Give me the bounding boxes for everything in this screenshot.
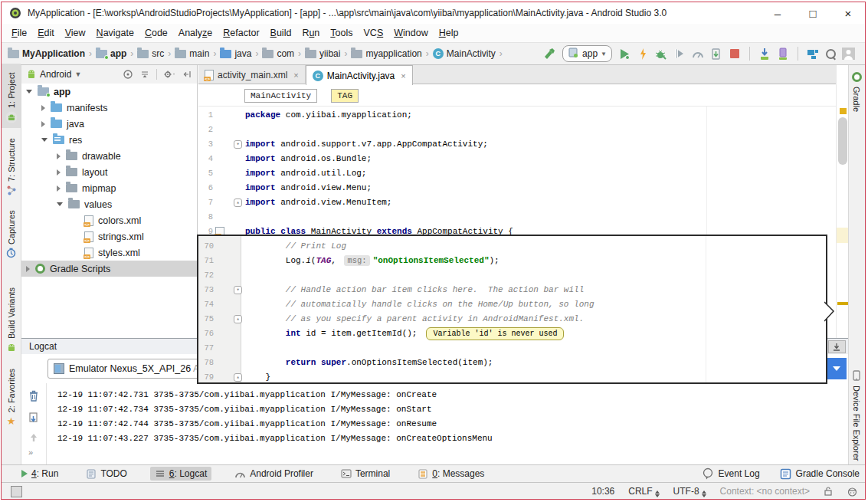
breadcrumb-mainactivity[interactable]: CMainActivity [433, 48, 496, 59]
menu-edit[interactable]: Edit [32, 28, 60, 38]
tree-item-manifests[interactable]: manifests [21, 100, 197, 116]
debug-icon[interactable] [654, 48, 667, 60]
sync-device-icon[interactable] [758, 48, 771, 61]
tree-item-strings-xml[interactable]: strings.xml [21, 228, 197, 244]
stripe-scrollbar-thumb[interactable] [838, 117, 847, 165]
menu-tools[interactable]: Tools [325, 28, 358, 38]
tool-window-button-4-run[interactable]: 4: Run [17, 467, 63, 481]
breadcrumb-yiibai[interactable]: yiibai [305, 48, 340, 59]
tree-item-app[interactable]: app [21, 84, 197, 100]
stripe-tab-2-favorites[interactable]: ★2: Favorites [2, 360, 21, 429]
editor-tab-mainactivity-java[interactable]: CMainActivity.java× [306, 65, 413, 85]
menu-view[interactable]: View [60, 28, 91, 38]
run-icon[interactable] [618, 48, 631, 61]
project-structure-icon[interactable] [807, 48, 819, 60]
tree-item-styles-xml[interactable]: styles.xml [21, 244, 197, 261]
stripe-tab-device-file-explorer[interactable]: Device File Explorer [847, 367, 866, 464]
breadcrumb-java[interactable]: java [220, 48, 251, 59]
highlighting-level-icon[interactable] [847, 486, 858, 497]
attach-debugger-icon[interactable] [710, 48, 722, 61]
scroll-up-icon[interactable] [28, 431, 40, 444]
tree-arrow-icon[interactable] [26, 90, 32, 94]
editor-tab-activity_main-xml[interactable]: activity_main.xml× [198, 65, 306, 84]
breadcrumb-myapplication[interactable]: MyApplication [8, 48, 85, 59]
fold-marker-icon[interactable]: ▴ [234, 315, 242, 323]
tree-item-colors-xml[interactable]: colors.xml [21, 212, 197, 228]
close-button[interactable]: × [830, 2, 866, 24]
stripe-tab-build-variants[interactable]: Build Variants [2, 281, 21, 357]
hide-panel-icon[interactable] [182, 69, 192, 80]
editor-crumb-tag[interactable]: TAG [331, 89, 359, 103]
apply-changes-icon[interactable] [637, 48, 648, 61]
tree-arrow-icon[interactable] [41, 138, 47, 142]
tool-window-button-0-messages[interactable]: 0: Messages [413, 467, 489, 481]
lock-icon[interactable] [824, 486, 833, 497]
tool-window-button-todo[interactable]: TODO [81, 467, 131, 481]
tree-arrow-icon[interactable] [57, 202, 63, 206]
breadcrumb-myapplication[interactable]: myapplication [351, 48, 421, 59]
tree-item-drawable[interactable]: drawable [21, 148, 197, 164]
status-button-event-log[interactable]: Event Log [702, 468, 760, 480]
locate-icon[interactable] [123, 69, 133, 80]
logcat-output[interactable]: 12-19 11:07:42.731 3735-3735/com.yiibai.… [57, 388, 824, 464]
tree-item-mipmap[interactable]: mipmap [21, 180, 197, 196]
editor-error-stripe[interactable] [836, 65, 848, 338]
tree-item-values[interactable]: values [21, 196, 197, 212]
run-coverage-icon[interactable] [673, 48, 686, 60]
stripe-tab-1-project[interactable]: 1: Project [2, 64, 21, 128]
menu-code[interactable]: Code [139, 28, 173, 38]
menu-analyze[interactable]: Analyze [173, 28, 218, 38]
avd-manager-icon[interactable] [777, 48, 789, 61]
settings-gear-icon[interactable] [163, 69, 175, 80]
breadcrumb-com[interactable]: com [262, 48, 294, 59]
editor-crumb-mainactivity[interactable]: MainActivity [244, 89, 317, 103]
menu-file[interactable]: File [6, 28, 32, 38]
fold-marker-icon[interactable]: ▾ [234, 286, 242, 294]
project-view-selector[interactable]: Android [40, 69, 71, 80]
stripe-tab-captures[interactable]: Captures [2, 208, 21, 263]
close-tab-icon[interactable]: × [401, 71, 405, 80]
menu-navigate[interactable]: Navigate [91, 28, 139, 38]
breadcrumb-app[interactable]: app [96, 48, 126, 59]
minimize-button[interactable]: – [760, 2, 795, 24]
clear-logcat-icon[interactable] [28, 389, 40, 402]
fold-marker-icon[interactable]: ▴ [234, 373, 242, 382]
breadcrumb-main[interactable]: main [175, 48, 209, 59]
fold-marker-icon[interactable]: ▴ [234, 199, 242, 207]
tree-arrow-icon[interactable] [41, 121, 45, 127]
export-log-icon[interactable] [28, 412, 40, 424]
menu-refactor[interactable]: Refactor [218, 28, 264, 38]
line-separator-indicator[interactable]: CRLF [628, 486, 659, 497]
search-everywhere-icon[interactable] [825, 48, 836, 59]
tool-window-button-android-profiler[interactable]: Android Profiler [230, 467, 318, 481]
more-icon[interactable]: » [28, 448, 33, 457]
collapse-all-icon[interactable] [139, 69, 150, 80]
breadcrumb-src[interactable]: src [137, 48, 164, 59]
menu-window[interactable]: Window [388, 28, 433, 38]
menu-vcs[interactable]: VCS [359, 28, 389, 38]
menu-run[interactable]: Run [296, 28, 325, 38]
encoding-indicator[interactable]: UTF-8 [673, 486, 706, 497]
tree-item-gradle-scripts[interactable]: Gradle Scripts [21, 261, 197, 277]
user-avatar-icon[interactable] [842, 48, 855, 60]
tree-arrow-icon[interactable] [26, 266, 30, 272]
stop-icon[interactable] [729, 48, 741, 60]
profiler-icon[interactable] [692, 48, 704, 59]
tree-arrow-icon[interactable] [57, 169, 61, 176]
tool-window-toggle-icon[interactable] [11, 486, 22, 497]
tree-arrow-icon[interactable] [41, 105, 45, 111]
fold-marker-icon[interactable]: ▾ [234, 140, 242, 149]
tool-window-button-terminal[interactable]: Terminal [336, 467, 395, 481]
tool-window-button-6-logcat[interactable]: 6: Logcat [150, 467, 211, 481]
close-tab-icon[interactable]: × [293, 71, 298, 80]
logcat-header-button[interactable] [828, 340, 846, 353]
tree-arrow-icon[interactable] [57, 185, 61, 192]
maximize-button[interactable]: □ [795, 2, 830, 24]
filter-combo-arrow-button[interactable] [827, 358, 847, 379]
run-configuration-combo[interactable]: app▼ [562, 45, 612, 62]
make-project-icon[interactable] [543, 48, 556, 61]
stripe-warning-mark[interactable] [840, 108, 847, 114]
tree-item-layout[interactable]: layout [21, 164, 197, 180]
tree-item-res[interactable]: res [21, 132, 197, 148]
stripe-tab-gradle[interactable]: Gradle [847, 69, 866, 120]
